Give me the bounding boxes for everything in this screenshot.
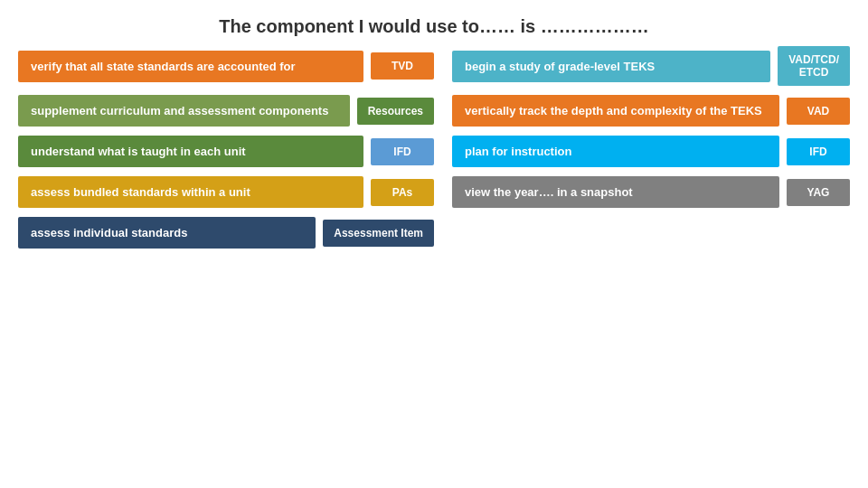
left-label-4: assess individual standards <box>18 217 316 249</box>
left-col-3: assess bundled standards within a unitPA… <box>18 176 434 208</box>
right-badge-0: VAD/TCD/ ETCD <box>778 46 850 86</box>
right-label-0: begin a study of grade-level TEKS <box>452 51 770 82</box>
page-title: The component I would use to…… is ……………… <box>0 0 868 46</box>
left-label-3: assess bundled standards within a unit <box>18 176 363 208</box>
right-label-1: vertically track the depth and complexit… <box>452 95 779 127</box>
left-col-4: assess individual standardsAssessment It… <box>18 217 434 249</box>
left-label-0: verify that all state standards are acco… <box>18 51 363 82</box>
right-col-0: begin a study of grade-level TEKSVAD/TCD… <box>452 46 850 86</box>
left-label-2: understand what is taught in each unit <box>18 136 363 167</box>
right-label-2: plan for instruction <box>452 136 779 167</box>
right-badge-3: YAG <box>787 179 850 206</box>
right-label-3: view the year…. in a snapshot <box>452 176 779 208</box>
left-col-2: understand what is taught in each unitIF… <box>18 136 434 167</box>
left-label-1: supplement curriculum and assessment com… <box>18 95 350 127</box>
row-1: supplement curriculum and assessment com… <box>18 95 850 127</box>
left-badge-3: PAs <box>371 179 434 206</box>
row-4: assess individual standardsAssessment It… <box>18 217 850 249</box>
left-col-0: verify that all state standards are acco… <box>18 51 434 82</box>
left-badge-4: Assessment Item <box>323 220 434 247</box>
right-col-2: plan for instructionIFD <box>452 136 850 167</box>
right-badge-2: IFD <box>787 138 850 165</box>
left-badge-0: TVD <box>371 52 434 80</box>
left-col-1: supplement curriculum and assessment com… <box>18 95 434 127</box>
row-3: assess bundled standards within a unitPA… <box>18 176 850 208</box>
right-badge-1: VAD <box>787 98 850 125</box>
row-0: verify that all state standards are acco… <box>18 46 850 86</box>
row-2: understand what is taught in each unitIF… <box>18 136 850 167</box>
right-col-3: view the year…. in a snapshotYAG <box>452 176 850 208</box>
right-col-1: vertically track the depth and complexit… <box>452 95 850 127</box>
left-badge-2: IFD <box>371 138 434 165</box>
left-badge-1: Resources <box>357 98 434 125</box>
main-layout: verify that all state standards are acco… <box>0 46 868 258</box>
